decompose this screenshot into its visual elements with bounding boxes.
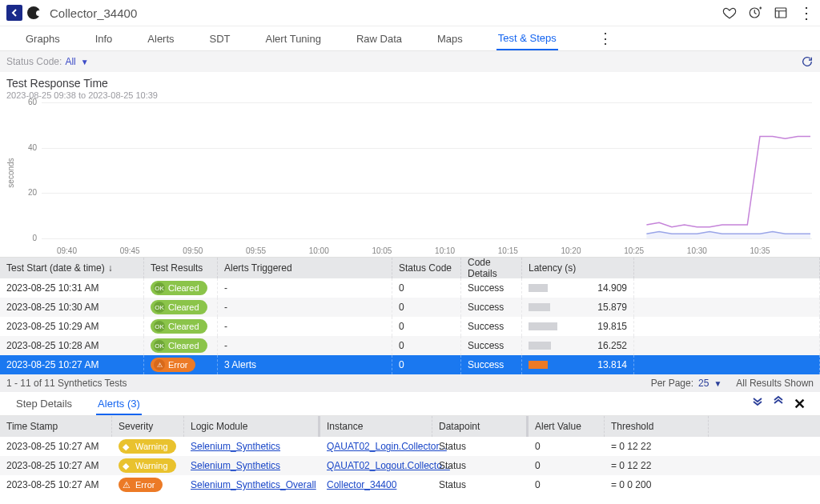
tab-sdt[interactable]: SDT [208, 28, 232, 50]
cell-test-start: 2023-08-25 10:29 AM [0, 317, 144, 336]
alerts-table-header: Time Stamp Severity Logic Module Instanc… [0, 416, 820, 437]
cell-severity: ◆Warning [112, 456, 184, 475]
back-button[interactable] [6, 5, 22, 21]
th-latency[interactable]: Latency (s) [522, 258, 634, 278]
per-page-value[interactable]: 25 [698, 378, 709, 389]
cell-instance: Collector_34400 [320, 475, 432, 494]
cell-alert-value: 0 [529, 456, 605, 475]
cell-status-code: 0 [392, 298, 461, 317]
header: Collector_34400 ⋮ [0, 0, 820, 26]
cell-test-result: OKCleared [144, 336, 218, 355]
status-code-value[interactable]: All [65, 56, 75, 67]
chevron-down-icon[interactable]: ▼ [81, 58, 89, 66]
svg-rect-1 [775, 8, 786, 18]
cell-severity: ◆Warning [112, 437, 184, 456]
th-alert-value[interactable]: Alert Value [529, 416, 605, 437]
cell-instance: QAUAT02_Logout.Collecto... [320, 456, 432, 475]
cell-code-details: Success [461, 355, 522, 374]
cell-timestamp: 2023-08-25 10:27 AM [0, 437, 112, 456]
table-row[interactable]: 2023-08-25 10:30 AMOKCleared-0Success15.… [0, 298, 820, 317]
cell-datapoint: Status [432, 437, 529, 456]
cell-datapoint: Status [432, 475, 529, 494]
per-page-label: Per Page: [651, 378, 693, 389]
cell-status-code: 0 [392, 336, 461, 355]
th-severity[interactable]: Severity [112, 416, 184, 437]
tab-info[interactable]: Info [94, 28, 115, 50]
tab-graphs[interactable]: Graphs [24, 28, 62, 50]
tests-table-body: 2023-08-25 10:31 AMOKCleared-0Success14.… [0, 278, 820, 374]
cell-threshold: = 0 12 22 [605, 456, 709, 475]
cell-alerts-triggered: 3 Alerts [218, 355, 392, 374]
tabs-more-icon[interactable]: ⋮ [598, 30, 613, 47]
cell-logic-module: Selenium_Synthetics [184, 437, 320, 456]
tab-maps[interactable]: Maps [436, 28, 464, 50]
table-row[interactable]: 2023-08-25 10:27 AM⚠ErrorSelenium_Synthe… [0, 475, 820, 494]
cell-test-start: 2023-08-25 10:30 AM [0, 298, 144, 317]
table-row[interactable]: 2023-08-25 10:29 AMOKCleared-0Success19.… [0, 317, 820, 336]
clock-add-icon[interactable] [748, 6, 762, 20]
cell-code-details: Success [461, 298, 522, 317]
th-threshold[interactable]: Threshold [605, 416, 709, 437]
chart-title: Test Response Time [6, 77, 814, 90]
cell-logic-module: Selenium_Synthetics [184, 456, 320, 475]
table-row[interactable]: 2023-08-25 10:31 AMOKCleared-0Success14.… [0, 278, 820, 298]
close-icon[interactable]: ✕ [794, 395, 806, 413]
cell-severity: ⚠Error [112, 475, 184, 494]
tests-table-header: Test Start (date & time)↓ Test Results A… [0, 258, 820, 278]
th-alerts-triggered[interactable]: Alerts Triggered [218, 258, 392, 278]
cell-test-start: 2023-08-25 10:27 AM [0, 355, 144, 374]
table-row[interactable]: 2023-08-25 10:28 AMOKCleared-0Success16.… [0, 336, 820, 355]
cell-status-code: 0 [392, 317, 461, 336]
subtab-alerts[interactable]: Alerts (3) [96, 394, 142, 415]
cell-threshold: = 0 0 200 [605, 475, 709, 494]
th-test-results[interactable]: Test Results [144, 258, 218, 278]
collapse-down-icon[interactable] [752, 395, 763, 413]
table-row[interactable]: 2023-08-25 10:27 AM◆WarningSelenium_Synt… [0, 437, 820, 456]
cell-alerts-triggered: - [218, 336, 392, 355]
more-icon[interactable]: ⋮ [799, 6, 814, 20]
th-code-details[interactable]: Code Details [461, 258, 522, 278]
page-title: Collector_34400 [50, 6, 137, 20]
favorite-icon[interactable] [722, 6, 737, 20]
table-row[interactable]: 2023-08-25 10:27 AM◆WarningSelenium_Synt… [0, 456, 820, 475]
th-status-code[interactable]: Status Code [392, 258, 461, 278]
table-row[interactable]: 2023-08-25 10:27 AM⚠Error3 Alerts0Succes… [0, 355, 820, 374]
cell-timestamp: 2023-08-25 10:27 AM [0, 456, 112, 475]
cell-threshold: = 0 12 22 [605, 437, 709, 456]
subtab-step-details[interactable]: Step Details [14, 394, 74, 414]
th-test-start[interactable]: Test Start (date & time)↓ [0, 258, 144, 278]
cell-test-result: OKCleared [144, 278, 218, 298]
collapse-up-icon[interactable] [773, 395, 784, 413]
cell-latency: 14.909 [522, 278, 634, 298]
layout-icon[interactable] [774, 6, 788, 20]
chart-ylabel: seconds [6, 158, 15, 187]
chart: Test Response Time 2023-08-25 09:38 to 2… [0, 72, 820, 258]
tabs: Graphs Info Alerts SDT Alert Tuning Raw … [0, 26, 820, 51]
cell-latency: 15.879 [522, 298, 634, 317]
tests-summary: 1 - 11 of 11 Synthetics Tests [6, 378, 127, 389]
th-datapoint[interactable]: Datapoint [432, 416, 529, 437]
cell-latency: 13.814 [522, 355, 634, 374]
tab-alerts[interactable]: Alerts [146, 28, 175, 50]
cell-logic-module: Selenium_Synthetics_Overall [184, 475, 320, 494]
th-instance[interactable]: Instance [320, 416, 432, 437]
cell-test-start: 2023-08-25 10:28 AM [0, 336, 144, 355]
cell-test-result: OKCleared [144, 298, 218, 317]
chevron-down-icon[interactable]: ▼ [713, 379, 722, 388]
cell-status-code: 0 [392, 278, 461, 298]
tab-alert-tuning[interactable]: Alert Tuning [264, 28, 323, 50]
sort-desc-icon: ↓ [108, 262, 113, 274]
cell-status-code: 0 [392, 355, 461, 374]
detail-tabs: Step Details Alerts (3) ✕ [0, 392, 820, 416]
tab-raw-data[interactable]: Raw Data [355, 28, 404, 50]
filter-bar: Status Code: All ▼ [0, 51, 820, 72]
cell-test-start: 2023-08-25 10:31 AM [0, 278, 144, 298]
tab-test-steps[interactable]: Test & Steps [496, 27, 558, 50]
cell-alert-value: 0 [529, 437, 605, 456]
cell-test-result: OKCleared [144, 317, 218, 336]
cell-alerts-triggered: - [218, 298, 392, 317]
tests-table-footer: 1 - 11 of 11 Synthetics Tests Per Page: … [0, 374, 820, 392]
refresh-icon[interactable] [801, 55, 814, 68]
th-logic-module[interactable]: Logic Module [184, 416, 320, 437]
th-timestamp[interactable]: Time Stamp [0, 416, 112, 437]
